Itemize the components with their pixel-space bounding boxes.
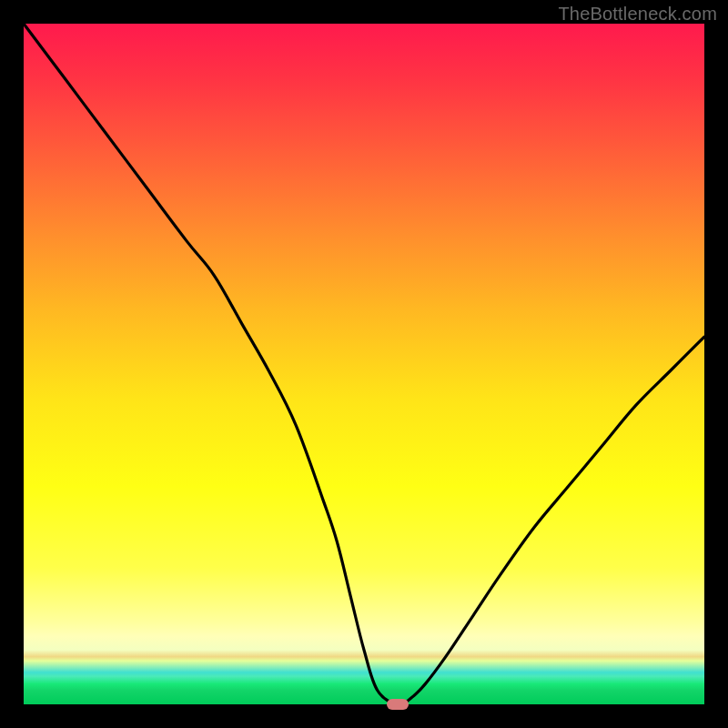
bottleneck-curve: [24, 24, 704, 704]
curve-path: [24, 24, 704, 704]
watermark-text: TheBottleneck.com: [558, 4, 717, 25]
chart-frame: TheBottleneck.com: [0, 0, 728, 728]
plot-area: [24, 24, 704, 704]
minimum-marker: [387, 699, 409, 710]
